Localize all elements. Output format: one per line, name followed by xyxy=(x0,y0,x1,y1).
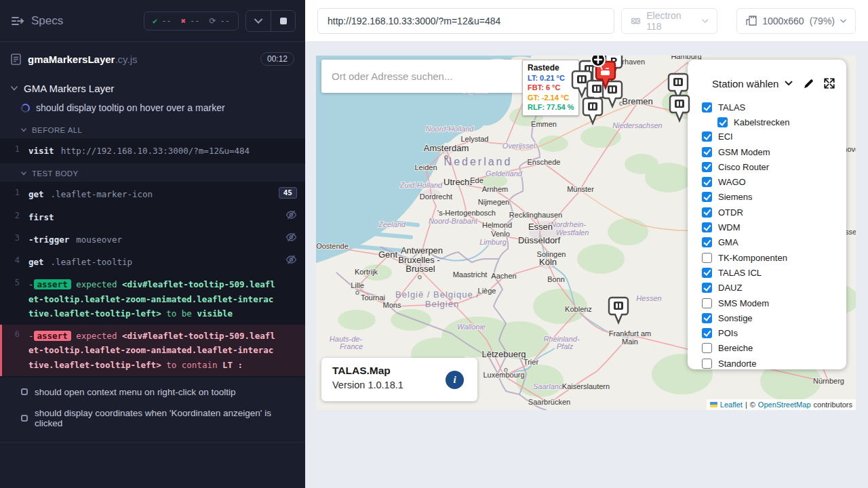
url-input[interactable] xyxy=(317,8,614,34)
command-row[interactable]: 3-triggermouseover xyxy=(0,228,305,251)
fullscreen-expand-icon[interactable] xyxy=(823,77,835,89)
layer-label: POIs xyxy=(718,328,738,338)
station-dropdown[interactable]: Station wählen xyxy=(712,78,793,89)
layer-checkbox-row[interactable]: Siemens xyxy=(702,192,840,202)
pending-test-title: should display coordinates when 'Koordin… xyxy=(35,408,294,428)
layer-checkbox-row[interactable]: ECI xyxy=(702,131,840,142)
test-row[interactable]: should display tooltip on hover over a m… xyxy=(0,100,305,120)
checked-checkbox[interactable] xyxy=(702,328,712,338)
layer-checkbox-row[interactable]: Cisco Router xyxy=(702,162,840,172)
command-number: 5 xyxy=(0,277,28,321)
version-card: TALAS.Map Version 1.0.18.1 i xyxy=(321,358,477,401)
checked-checkbox[interactable] xyxy=(717,117,728,127)
chevron-down-icon xyxy=(702,19,708,23)
specs-list-icon[interactable] xyxy=(11,15,24,27)
running-spinner-icon xyxy=(21,104,30,113)
command-number: 3 xyxy=(0,232,28,247)
plus-marker[interactable] xyxy=(589,56,607,71)
layer-checkbox-row[interactable]: SMS Modem xyxy=(702,298,840,308)
map-attribution: Leaflet | © OpenStreetMap contributors xyxy=(707,399,856,410)
info-icon[interactable]: i xyxy=(446,371,464,389)
assert-command-passed[interactable]: 5-assert expected <div#leaflet-tooltip-5… xyxy=(0,273,305,325)
unchecked-checkbox[interactable] xyxy=(702,359,712,369)
command-text: get.leaflet-marker-icon xyxy=(28,187,305,201)
viewport-zoom: (79%) xyxy=(810,16,835,26)
checked-checkbox[interactable] xyxy=(702,207,712,218)
pending-test-title: should open context menu on right-click … xyxy=(35,387,235,397)
checked-checkbox[interactable] xyxy=(702,177,712,187)
suite-row[interactable]: GMA Markers Layer xyxy=(0,76,305,100)
viewport-select[interactable]: 1000x660 (79%) xyxy=(736,8,856,34)
layer-checkbox-row[interactable]: WDM xyxy=(702,222,840,232)
command-number: 4 xyxy=(0,255,28,269)
layer-checkbox-row[interactable]: Standorte xyxy=(702,359,840,369)
checked-checkbox[interactable] xyxy=(702,147,712,157)
layer-checkbox-row[interactable]: WAGO xyxy=(702,177,840,187)
cross-icon: ✖ xyxy=(181,16,186,26)
layer-label: Siemens xyxy=(718,192,753,202)
checked-checkbox[interactable] xyxy=(702,237,712,247)
checked-checkbox[interactable] xyxy=(702,192,712,202)
station-marker-pin[interactable] xyxy=(669,94,690,125)
checked-checkbox[interactable] xyxy=(702,283,712,293)
command-text: visithttp://192.168.10.33:3000/?m=12&u=4… xyxy=(28,144,305,158)
checked-checkbox[interactable] xyxy=(702,268,712,278)
command-row[interactable]: 4get.leaflet-tooltip xyxy=(0,251,305,273)
layer-label: WAGO xyxy=(718,177,746,187)
aut-topbar: Electron 118 1000x660 (79%) xyxy=(305,0,868,42)
leaflet-map[interactable]: NederlandBelgië / Belgique /BelgienFrysl… xyxy=(316,56,856,410)
chevron-down-icon xyxy=(11,86,18,91)
search-input[interactable] xyxy=(321,70,527,82)
unchecked-checkbox[interactable] xyxy=(702,343,712,353)
unchecked-checkbox[interactable] xyxy=(702,253,712,263)
checked-checkbox[interactable] xyxy=(702,162,712,172)
assert-command-failed[interactable]: 6-assert expected <div#leaflet-tooltip-5… xyxy=(0,325,305,376)
osm-link[interactable]: OpenStreetMap xyxy=(758,401,811,409)
checked-checkbox[interactable] xyxy=(702,222,712,232)
checked-checkbox[interactable] xyxy=(702,102,712,113)
checked-checkbox[interactable] xyxy=(702,313,712,323)
layer-checkbox-row[interactable]: Sonstige xyxy=(702,313,840,323)
layer-label: WDM xyxy=(718,222,741,232)
map-search-box[interactable] xyxy=(321,60,527,93)
layer-checkbox-row[interactable]: Kabelstrecken xyxy=(717,117,840,127)
layer-checkbox-row[interactable]: TALAS ICL xyxy=(702,268,840,278)
layer-label: GMA xyxy=(718,237,738,247)
station-marker-pin[interactable] xyxy=(582,97,604,128)
command-row[interactable]: 1get.leaflet-marker-icon45 xyxy=(0,183,305,205)
stop-button[interactable] xyxy=(271,11,295,31)
viewport-size: 1000x660 xyxy=(762,16,804,26)
edit-pencil-icon[interactable] xyxy=(803,78,814,89)
station-marker-pin[interactable] xyxy=(608,296,629,327)
spec-file-row[interactable]: gmaMarkersLayer.cy.js 00:12 xyxy=(0,42,305,76)
leaflet-link[interactable]: Leaflet xyxy=(720,401,743,409)
layer-checkbox-row[interactable]: DAUZ xyxy=(702,283,840,293)
test-body-section[interactable]: TEST BODY xyxy=(0,163,305,182)
test-stats: ✔--✖--⟳-- xyxy=(144,12,239,30)
pending-test-row[interactable]: should open context menu on right-click … xyxy=(0,382,305,403)
browser-select[interactable]: Electron 118 xyxy=(621,8,717,34)
layer-checkbox-row[interactable]: Bereiche xyxy=(702,343,840,353)
layer-checkbox-row[interactable]: GSM Modem xyxy=(702,147,840,157)
command-row[interactable]: 1visithttp://192.168.10.33:3000/?m=12&u=… xyxy=(0,140,305,162)
layer-label: Standorte xyxy=(718,359,756,369)
suite-title: GMA Markers Layer xyxy=(24,83,114,94)
checked-checkbox[interactable] xyxy=(702,131,712,142)
refresh-stat: ⟳-- xyxy=(209,16,230,26)
layer-label: Sonstige xyxy=(718,313,753,323)
command-row[interactable]: 2first xyxy=(0,206,305,228)
layer-checkbox-row[interactable]: GMA xyxy=(702,237,840,247)
before-all-section[interactable]: BEFORE ALL xyxy=(0,120,305,138)
before-all-commands: 1visithttp://192.168.10.33:3000/?m=12&u=… xyxy=(0,138,305,163)
cross-stat: ✖-- xyxy=(181,16,200,26)
pending-test-row[interactable]: should display coordinates when 'Koordin… xyxy=(0,403,305,434)
layer-checkbox-row[interactable]: OTDR xyxy=(702,207,840,218)
app-window: Specs ✔--✖--⟳-- gmaMarkersLayer.cy.js xyxy=(0,0,868,488)
collapse-all-button[interactable] xyxy=(246,11,271,31)
hidden-eye-icon xyxy=(285,255,297,264)
layer-checkbox-row[interactable]: POIs xyxy=(702,328,840,338)
hidden-eye-icon xyxy=(285,210,297,220)
layer-checkbox-row[interactable]: TALAS xyxy=(702,102,840,113)
layer-checkbox-row[interactable]: TK-Komponenten xyxy=(702,253,840,263)
unchecked-checkbox[interactable] xyxy=(702,298,712,308)
